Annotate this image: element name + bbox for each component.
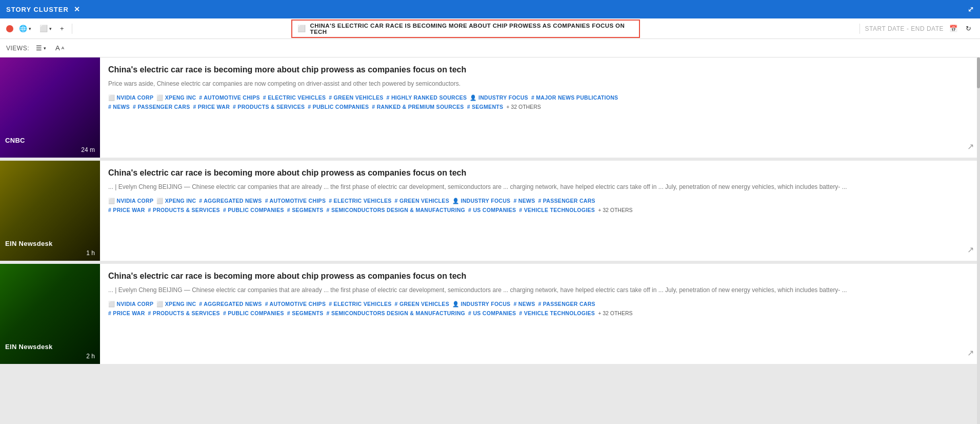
globe-button[interactable]: 🌐 ▾: [16, 23, 34, 34]
article-tag[interactable]: # HIGHLY RANKED SOURCES: [387, 94, 467, 101]
article-tag[interactable]: # AUTOMOTIVE CHIPS: [199, 94, 260, 101]
toolbar-separator-2: [859, 24, 860, 34]
article-tag[interactable]: # ELECTRIC VEHICLES: [263, 94, 326, 101]
views-label: VIEWS:: [6, 45, 29, 52]
tags-row-2: # NEWS# PASSENGER CARS# PRICE WAR# PRODU…: [108, 104, 959, 110]
article-tag[interactable]: # SEGMENTS: [287, 310, 324, 316]
article-time: 2 h: [81, 353, 100, 364]
article-tag[interactable]: 👤 INDUSTRY FOCUS: [452, 301, 510, 307]
search-wrapper: ⬜ CHINA'S ELECTRIC CAR RACE IS BECOMING …: [77, 20, 854, 38]
tags-more[interactable]: + 32 OTHERS: [598, 207, 632, 213]
scrollbar-thumb[interactable]: [977, 57, 980, 88]
calendar-button[interactable]: 📅: [947, 23, 960, 34]
article-tag[interactable]: # VEHICLE TECHNOLOGIES: [519, 310, 595, 316]
title-bar: STORY CLUSTER ✕ ⤢: [0, 0, 980, 18]
tags-more[interactable]: + 32 OTHERS: [506, 104, 541, 110]
search-bar[interactable]: ⬜ CHINA'S ELECTRIC CAR RACE IS BECOMING …: [291, 20, 640, 38]
list-dropdown-icon: ▾: [44, 46, 46, 51]
article-tag[interactable]: ⬜ NVIDIA CORP: [108, 94, 153, 101]
article-tag[interactable]: # VEHICLE TECHNOLOGIES: [519, 207, 595, 213]
article-tag[interactable]: # AGGREGATED NEWS: [199, 301, 262, 307]
article-tag[interactable]: 👤 INDUSTRY FOCUS: [470, 94, 528, 101]
article-content: China's electric car race is becoming mo…: [100, 161, 980, 261]
article-tag[interactable]: # PUBLIC COMPANIES: [223, 207, 284, 213]
article-tag[interactable]: # MAJOR NEWS PUBLICATIONS: [531, 94, 618, 101]
scrollbar-track[interactable]: [977, 57, 980, 424]
close-icon[interactable]: ✕: [74, 5, 81, 13]
article-tag[interactable]: ⬜ XPENG INC: [156, 301, 196, 307]
article-tag[interactable]: # SEMICONDUCTORS DESIGN & MANUFACTURING: [327, 310, 466, 316]
article-tag[interactable]: # US COMPANIES: [468, 207, 516, 213]
article-tag[interactable]: # NEWS: [108, 104, 130, 110]
tags-row-1: ⬜ NVIDIA CORP⬜ XPENG INC# AGGREGATED NEW…: [108, 198, 959, 204]
article-tag[interactable]: # AUTOMOTIVE CHIPS: [265, 198, 326, 204]
doc-icon: ⬜: [39, 25, 48, 32]
article-tag[interactable]: # SEGMENTS: [287, 207, 324, 213]
translate-button[interactable]: AA: [53, 43, 67, 53]
toolbar: 🌐 ▾ ⬜ ▾ + ⬜ CHINA'S ELECTRIC CAR RACE IS…: [0, 18, 980, 39]
calendar-icon: 📅: [949, 25, 957, 32]
article-source: EIN Newsdesk: [0, 237, 100, 249]
article-subtitle: ... | Evelyn Cheng BEIJING — Chinese ele…: [108, 286, 959, 295]
list-view-button[interactable]: ☰ ▾: [33, 43, 49, 53]
share-button[interactable]: ↗: [967, 245, 974, 255]
article-tag[interactable]: # PRODUCTS & SERVICES: [148, 310, 220, 316]
article-title: China's electric car race is becoming mo…: [108, 271, 959, 282]
article-tag[interactable]: # GREEN VEHICLES: [395, 198, 449, 204]
article-tag[interactable]: # AUTOMOTIVE CHIPS: [265, 301, 326, 307]
article-thumbnail: EIN Newsdesk2 h: [0, 264, 100, 364]
tags-more[interactable]: + 32 OTHERS: [598, 310, 632, 316]
article-tag[interactable]: # PASSENGER CARS: [538, 198, 595, 204]
article-tag[interactable]: # GREEN VEHICLES: [395, 301, 449, 307]
article-tag[interactable]: ⬜ XPENG INC: [156, 198, 196, 204]
toolbar-separator: [72, 24, 72, 34]
article-time: 24 m: [76, 146, 100, 158]
doc-button[interactable]: ⬜ ▾: [37, 23, 54, 34]
refresh-button[interactable]: ↻: [963, 23, 974, 34]
article-tag[interactable]: # PUBLIC COMPANIES: [308, 104, 369, 110]
article-tag[interactable]: 👤 INDUSTRY FOCUS: [452, 198, 510, 204]
article-tag[interactable]: # NEWS: [513, 301, 535, 307]
translate-icon: A: [55, 44, 60, 52]
article-tag[interactable]: # US COMPANIES: [468, 310, 516, 316]
search-text: CHINA'S ELECTRIC CAR RACE IS BECOMING MO…: [310, 23, 634, 35]
article-title: China's electric car race is becoming mo…: [108, 168, 959, 179]
article-tag[interactable]: # PRODUCTS & SERVICES: [233, 104, 305, 110]
refresh-icon: ↻: [966, 25, 971, 32]
tags-row-1: ⬜ NVIDIA CORP⬜ XPENG INC# AGGREGATED NEW…: [108, 301, 959, 307]
article-tag[interactable]: ⬜ XPENG INC: [156, 94, 196, 101]
article-card: EIN Newsdesk1 hChina's electric car race…: [0, 161, 980, 261]
article-tag[interactable]: # ELECTRIC VEHICLES: [329, 301, 391, 307]
article-tag[interactable]: # PASSENGER CARS: [133, 104, 190, 110]
expand-icon[interactable]: ⤢: [968, 5, 974, 13]
article-tag[interactable]: # PASSENGER CARS: [538, 301, 595, 307]
article-tag[interactable]: # PRICE WAR: [108, 310, 145, 316]
article-tag[interactable]: # AGGREGATED NEWS: [199, 198, 262, 204]
article-tag[interactable]: # ELECTRIC VEHICLES: [329, 198, 391, 204]
article-tag[interactable]: # PRODUCTS & SERVICES: [148, 207, 220, 213]
search-doc-icon: ⬜: [297, 25, 306, 32]
tags-row-2: # PRICE WAR# PRODUCTS & SERVICES# PUBLIC…: [108, 310, 959, 316]
article-tag[interactable]: # SEMICONDUCTORS DESIGN & MANUFACTURING: [327, 207, 466, 213]
article-source: EIN Newsdesk: [0, 340, 100, 353]
article-card: EIN Newsdesk2 hChina's electric car race…: [0, 264, 980, 364]
article-tag[interactable]: ⬜ NVIDIA CORP: [108, 301, 153, 307]
article-tag[interactable]: # SEGMENTS: [467, 104, 504, 110]
tags-row-1: ⬜ NVIDIA CORP⬜ XPENG INC# AUTOMOTIVE CHI…: [108, 94, 959, 101]
articles-list: CNBC24 mChina's electric car race is bec…: [0, 57, 980, 364]
article-tag[interactable]: # PRICE WAR: [108, 207, 145, 213]
article-source: CNBC: [0, 133, 100, 146]
article-tag[interactable]: ⬜ NVIDIA CORP: [108, 198, 153, 204]
article-tag[interactable]: # RANKED & PREMIUM SOURCES: [372, 104, 464, 110]
article-tag[interactable]: # NEWS: [513, 198, 535, 204]
article-tag[interactable]: # PRICE WAR: [193, 104, 230, 110]
add-button[interactable]: +: [57, 23, 67, 34]
article-tag[interactable]: # GREEN VEHICLES: [329, 94, 383, 101]
views-bar: VIEWS: ☰ ▾ AA: [0, 39, 980, 57]
article-title: China's electric car race is becoming mo…: [108, 65, 959, 75]
app-title: STORY CLUSTER: [6, 6, 69, 13]
share-button[interactable]: ↗: [967, 348, 974, 358]
article-tag[interactable]: # PUBLIC COMPANIES: [223, 310, 284, 316]
article-time: 1 h: [81, 249, 100, 261]
share-button[interactable]: ↗: [967, 142, 974, 151]
